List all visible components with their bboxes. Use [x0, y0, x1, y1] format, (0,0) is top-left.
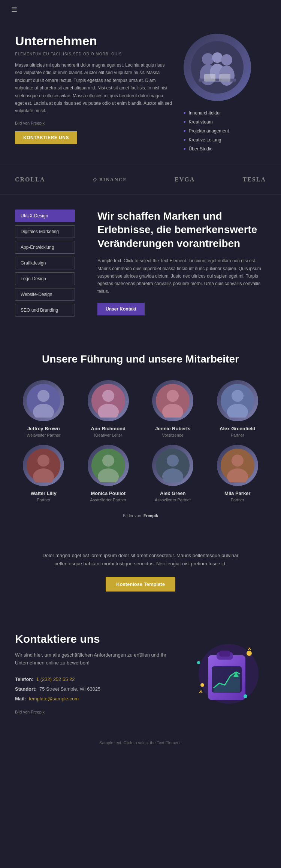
svg-point-23 [37, 455, 49, 467]
hero-section: Unternehmen ELEMENTUM EU FACILISIS SED O… [0, 19, 281, 165]
services-heading: Wir schaffen Marken und Erlebnisse, die … [97, 210, 266, 250]
hero-list-item: Kreative Leitung [184, 135, 266, 144]
svg-point-42 [247, 651, 252, 656]
svg-point-26 [102, 455, 114, 467]
member-avatar [152, 445, 193, 486]
contact-email-label: Mail: [15, 696, 26, 702]
services-contact-button[interactable]: Unser Kontakt [97, 303, 145, 315]
svg-point-3 [212, 52, 223, 63]
team-member: Mila ParkerPartner [209, 445, 266, 502]
service-button-4[interactable]: Logo-Design [15, 272, 75, 285]
cta-body-text: Dolor magna eget est lorem ipsum dolor s… [37, 551, 244, 568]
team-image-credit: Bilder von Freepik [15, 513, 266, 518]
services-section: UI/UX-DesignDigitales MarketingApp-Entwi… [0, 195, 281, 334]
member-role: Vorsitzende [144, 433, 202, 437]
contact-left: Kontaktiere uns Wir sind hier, um alle g… [15, 633, 172, 714]
contact-right [184, 633, 266, 707]
svg-point-1 [202, 53, 214, 65]
member-role: Partner [209, 433, 266, 437]
logo-crolla: CROLLA [15, 176, 45, 183]
contact-info: Telefon: 1 (232) 252 55 22 Standort: 75 … [15, 675, 172, 704]
team-member: Alex GreenAssoziierter Partner [144, 445, 202, 502]
contact-address-label: Standort: [15, 686, 37, 692]
contact-phone-label: Telefon: [15, 676, 34, 682]
member-avatar [88, 380, 129, 421]
service-button-1[interactable]: Digitales Marketing [15, 225, 75, 238]
member-avatar [23, 380, 64, 421]
member-role: Weltweiter Partner [15, 433, 72, 437]
team-member: Walter LillyPartner [15, 445, 72, 502]
hero-list-item: Innenarchitektur [184, 109, 266, 117]
cta-button[interactable]: Kostenlose Template [106, 577, 175, 592]
contact-address-value: 75 Street Sample, WI 63025 [39, 686, 100, 692]
member-name: Jeffrey Brown [15, 426, 72, 431]
logo-tesla: TESLA [243, 176, 266, 183]
member-name: Alex Green [144, 490, 202, 496]
contact-description: Wir sind hier, um alle geschäftlichen An… [15, 651, 172, 667]
hero-right: InnenarchitekturKreativteamProjektmanage… [184, 34, 266, 153]
member-name: Walter Lilly [15, 490, 72, 496]
logo-binance: ◇ BINANCE [93, 177, 127, 183]
service-button-3[interactable]: Grafikdesign [15, 257, 75, 269]
team-member: Alex GreenfieldPartner [209, 380, 266, 437]
member-avatar [23, 445, 64, 486]
svg-point-20 [232, 390, 244, 402]
contact-credit-link[interactable]: Freepik [31, 710, 45, 714]
member-name: Monica Pouliot [80, 490, 137, 496]
hero-title: Unternehmen [15, 34, 172, 48]
contact-email-row: Mail: template@sample.com [15, 694, 172, 704]
contact-title: Kontaktiere uns [15, 633, 172, 645]
member-avatar [152, 380, 193, 421]
footer-note-text: Sample text. Click to select the Text El… [99, 740, 182, 745]
contact-phone-value[interactable]: 1 (232) 252 55 22 [36, 676, 75, 682]
hero-feature-list: InnenarchitekturKreativteamProjektmanage… [184, 109, 266, 153]
contact-section: Kontaktiere uns Wir sind hier, um alle g… [0, 614, 281, 733]
member-avatar [217, 445, 258, 486]
contact-illustration [187, 633, 262, 707]
svg-rect-38 [219, 651, 230, 657]
contact-address-row: Standort: 75 Street Sample, WI 63025 [15, 684, 172, 694]
team-member: Jeffrey BrownWeltweiter Partner [15, 380, 72, 437]
logos-section: CROLLA◇ BINANCEEVGATESLA [0, 165, 281, 195]
team-member: Monica PouliotAssoziierter Partner [80, 445, 137, 502]
footer: Sample text. Click to select the Text El… [0, 733, 281, 752]
hamburger-icon[interactable]: ☰ [11, 6, 17, 13]
service-button-6[interactable]: SEO und Branding [15, 304, 75, 317]
svg-point-43 [200, 683, 204, 687]
contact-image-credit: Bild von Freepik [15, 710, 172, 714]
contact-credit-prefix: Bild von [15, 710, 30, 714]
service-button-0[interactable]: UI/UX-Design [15, 210, 75, 222]
services-buttons: UI/UX-DesignDigitales MarketingApp-Entwi… [15, 210, 82, 320]
svg-point-17 [167, 390, 179, 402]
member-role: Assoziierter Partner [80, 498, 137, 502]
contact-phone-row: Telefon: 1 (232) 252 55 22 [15, 675, 172, 684]
svg-rect-8 [204, 74, 215, 82]
services-content: Wir schaffen Marken und Erlebnisse, die … [97, 210, 266, 315]
member-name: Mila Parker [209, 490, 266, 496]
hero-list-item: Kreativteam [184, 117, 266, 126]
service-button-2[interactable]: App-Entwicklung [15, 241, 75, 254]
member-role: Partner [209, 498, 266, 502]
member-name: Ann Richmond [80, 426, 137, 431]
cta-section: Dolor magna eget est lorem ipsum dolor s… [0, 529, 281, 614]
svg-rect-9 [219, 74, 230, 82]
hero-subtitle: ELEMENTUM EU FACILISIS SED ODIO MORBI QU… [15, 52, 172, 56]
hero-image-credit: Bild von Freepik [15, 121, 172, 125]
hero-list-item: Projektmanagement [184, 126, 266, 135]
member-role: Partner [15, 498, 72, 502]
svg-point-45 [197, 661, 200, 664]
services-body-text: Sample text. Click to select the Text El… [97, 257, 266, 295]
hero-contact-button[interactable]: KONTAKTIERE UNS [15, 131, 77, 144]
top-navigation: ☰ [0, 0, 281, 19]
team-member: Ann RichmondKreativer Leiter [80, 380, 137, 437]
hero-left: Unternehmen ELEMENTUM EU FACILISIS SED O… [15, 34, 172, 144]
service-button-5[interactable]: Website-Design [15, 288, 75, 301]
contact-email-value[interactable]: template@sample.com [29, 696, 79, 702]
hero-credit-link[interactable]: Freepik [31, 121, 45, 125]
hero-body-text: Massa ultricies mi quis hendrerit dolor … [15, 61, 172, 115]
member-name: Alex Greenfield [209, 426, 266, 431]
svg-point-11 [37, 390, 49, 402]
team-section: Unsere Führung und unsere Mitarbeiter Je… [0, 334, 281, 529]
svg-point-5 [221, 54, 232, 65]
hero-list-item: Über Studio [184, 144, 266, 153]
